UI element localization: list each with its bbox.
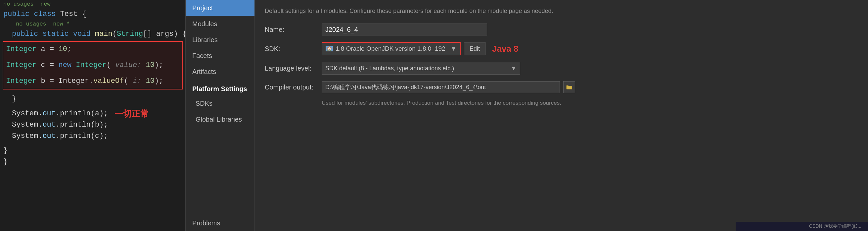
- nav-item-problems[interactable]: Problems: [186, 215, 254, 231]
- lang-dropdown-arrow-icon: ▼: [510, 65, 517, 72]
- highlighted-code-block: Integer a = 10 ; Integer c = new Integer…: [3, 41, 183, 89]
- nav-item-global-libraries[interactable]: Global Libraries: [186, 111, 254, 127]
- nav-panel: Project Modules Libraries Facets Artifac…: [185, 0, 255, 231]
- nav-item-project[interactable]: Project: [186, 0, 254, 16]
- nav-item-modules[interactable]: Modules: [186, 16, 254, 32]
- nav-item-facets[interactable]: Facets: [186, 48, 254, 64]
- sdk-row: SDK: 🏠 1.8 Oracle OpenJDK version 1.8.0_…: [265, 42, 858, 55]
- class-name: Test {: [60, 9, 86, 20]
- code-line-close-method: }: [0, 145, 185, 156]
- nav-item-libraries[interactable]: Libraries: [186, 32, 254, 48]
- folder-icon: [566, 85, 572, 90]
- sdk-label: SDK:: [265, 45, 318, 53]
- compiler-output-label: Compiler output:: [265, 84, 318, 91]
- code-line-println-a: System. out .println(a); 一切正常: [0, 108, 185, 119]
- sdk-controls: 🏠 1.8 Oracle OpenJDK version 1.8.0_192 ▼…: [322, 42, 519, 55]
- code-line-close-class: }: [0, 156, 185, 168]
- nav-item-artifacts[interactable]: Artifacts: [186, 64, 254, 80]
- settings-description: Default settings for all modules. Config…: [265, 7, 858, 16]
- compiler-output-input[interactable]: [322, 81, 560, 93]
- lang-level-text: SDK default (8 - Lambdas, type annotatio…: [325, 65, 454, 72]
- sdk-version-text: 1.8 Oracle OpenJDK version 1.8.0_192: [336, 45, 445, 52]
- sdk-dropdown[interactable]: 🏠 1.8 Oracle OpenJDK version 1.8.0_192 ▼: [322, 42, 461, 55]
- code-line-c: Integer c = new Integer ( value: 10 );: [6, 60, 179, 71]
- code-line-close-inner: }: [0, 93, 185, 105]
- name-row: Name:: [265, 24, 858, 35]
- edit-button[interactable]: Edit: [464, 42, 486, 55]
- compiler-output-row: Compiler output:: [265, 81, 858, 93]
- sdk-icon: 🏠: [326, 46, 333, 51]
- name-input[interactable]: [322, 24, 487, 35]
- compiler-output-controls: [322, 81, 575, 93]
- sdk-arrow-icon: ▼: [451, 45, 457, 52]
- footer-text: CSDN @我要学编程(itJ...: [809, 223, 861, 229]
- code-meta-main: no usages new *: [0, 20, 185, 29]
- code-line-a: Integer a = 10 ;: [6, 44, 179, 55]
- code-meta-nousages: no usages new: [0, 0, 185, 9]
- nav-item-sdks[interactable]: SDKs: [186, 95, 254, 111]
- folder-button[interactable]: [563, 81, 575, 93]
- annotation-chinese: 一切正常: [115, 108, 149, 119]
- name-label: Name:: [265, 26, 318, 33]
- used-for-description: Used for modules' subdirectories, Produc…: [322, 100, 858, 106]
- java8-annotation: Java 8: [492, 44, 519, 54]
- language-level-label: Language level:: [265, 65, 318, 72]
- code-line-b: Integer b = Integer. valueOf ( i: 10 );: [6, 76, 179, 87]
- code-line-println-b: System. out .println(b);: [0, 119, 185, 131]
- code-panel: no usages new public class Test { no usa…: [0, 0, 185, 231]
- language-level-row: Language level: SDK default (8 - Lambdas…: [265, 62, 858, 75]
- code-line-main: public static void main ( String [] args…: [0, 29, 185, 40]
- settings-panel: Default settings for all modules. Config…: [255, 0, 868, 231]
- keyword-public: public: [3, 9, 34, 20]
- nav-item-platform-settings[interactable]: Platform Settings: [186, 80, 254, 95]
- language-level-dropdown[interactable]: SDK default (8 - Lambdas, type annotatio…: [322, 62, 520, 75]
- code-line-println-c: System. out .println(c);: [0, 131, 185, 142]
- keyword-class: class: [34, 9, 60, 20]
- code-line-class: public class Test {: [0, 9, 185, 20]
